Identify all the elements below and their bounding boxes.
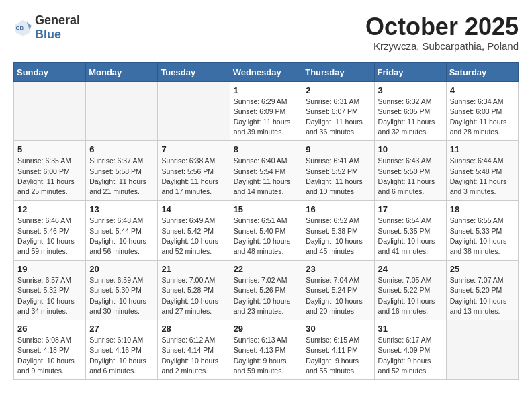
day-info: Sunrise: 6:48 AM Sunset: 5:44 PM Dayligh… [89, 216, 154, 257]
calendar-cell: 22Sunrise: 7:02 AM Sunset: 5:26 PM Dayli… [230, 261, 302, 320]
day-info: Sunrise: 6:59 AM Sunset: 5:30 PM Dayligh… [89, 275, 154, 316]
calendar-cell: 20Sunrise: 6:59 AM Sunset: 5:30 PM Dayli… [86, 261, 158, 320]
calendar-cell: 28Sunrise: 6:12 AM Sunset: 4:14 PM Dayli… [158, 320, 230, 380]
day-number: 22 [234, 264, 299, 274]
calendar-cell: 25Sunrise: 7:07 AM Sunset: 5:20 PM Dayli… [446, 261, 518, 320]
calendar-cell: 12Sunrise: 6:46 AM Sunset: 5:46 PM Dayli… [14, 201, 86, 261]
calendar-week-row: 1Sunrise: 6:29 AM Sunset: 6:09 PM Daylig… [14, 81, 519, 141]
calendar-cell: 15Sunrise: 6:51 AM Sunset: 5:40 PM Dayli… [230, 201, 302, 261]
day-info: Sunrise: 6:12 AM Sunset: 4:14 PM Dayligh… [161, 335, 226, 376]
day-info: Sunrise: 7:02 AM Sunset: 5:26 PM Dayligh… [234, 275, 299, 316]
day-info: Sunrise: 6:13 AM Sunset: 4:13 PM Dayligh… [234, 335, 299, 376]
day-info: Sunrise: 6:34 AM Sunset: 6:03 PM Dayligh… [450, 97, 515, 138]
day-info: Sunrise: 6:55 AM Sunset: 5:33 PM Dayligh… [450, 216, 515, 257]
day-info: Sunrise: 6:31 AM Sunset: 6:07 PM Dayligh… [306, 97, 370, 138]
day-info: Sunrise: 6:49 AM Sunset: 5:42 PM Dayligh… [161, 216, 226, 257]
day-number: 14 [161, 204, 226, 214]
logo: GB General Blue [13, 13, 80, 42]
calendar-cell: 30Sunrise: 6:15 AM Sunset: 4:11 PM Dayli… [302, 320, 374, 380]
day-number: 28 [161, 324, 226, 334]
day-number: 24 [378, 264, 443, 274]
day-number: 11 [450, 144, 515, 154]
calendar-cell: 24Sunrise: 7:05 AM Sunset: 5:22 PM Dayli… [374, 261, 446, 320]
day-info: Sunrise: 6:17 AM Sunset: 4:09 PM Dayligh… [378, 335, 443, 376]
day-number: 10 [378, 144, 443, 154]
day-number: 15 [234, 204, 299, 214]
day-number: 23 [306, 264, 370, 274]
calendar-cell: 4Sunrise: 6:34 AM Sunset: 6:03 PM Daylig… [446, 81, 518, 141]
calendar-cell [14, 81, 86, 141]
calendar-cell: 7Sunrise: 6:38 AM Sunset: 5:56 PM Daylig… [158, 141, 230, 201]
day-number: 27 [89, 324, 154, 334]
day-number: 19 [17, 264, 82, 274]
day-info: Sunrise: 7:07 AM Sunset: 5:20 PM Dayligh… [450, 275, 515, 316]
calendar-cell: 3Sunrise: 6:32 AM Sunset: 6:05 PM Daylig… [374, 81, 446, 141]
day-info: Sunrise: 6:57 AM Sunset: 5:32 PM Dayligh… [17, 275, 82, 316]
day-info: Sunrise: 6:54 AM Sunset: 5:35 PM Dayligh… [378, 216, 443, 257]
logo-icon: GB [13, 18, 32, 37]
calendar-cell: 13Sunrise: 6:48 AM Sunset: 5:44 PM Dayli… [86, 201, 158, 261]
calendar-cell: 17Sunrise: 6:54 AM Sunset: 5:35 PM Dayli… [374, 201, 446, 261]
day-number: 3 [378, 85, 443, 95]
calendar-cell: 31Sunrise: 6:17 AM Sunset: 4:09 PM Dayli… [374, 320, 446, 380]
calendar-cell [158, 81, 230, 141]
calendar-cell: 26Sunrise: 6:08 AM Sunset: 4:18 PM Dayli… [14, 320, 86, 380]
day-info: Sunrise: 6:52 AM Sunset: 5:38 PM Dayligh… [306, 216, 370, 257]
day-info: Sunrise: 6:51 AM Sunset: 5:40 PM Dayligh… [234, 216, 299, 257]
page-header: GB General Blue October 2025 Krzywcza, S… [13, 13, 519, 52]
day-number: 7 [161, 144, 226, 154]
calendar-cell: 21Sunrise: 7:00 AM Sunset: 5:28 PM Dayli… [158, 261, 230, 320]
day-info: Sunrise: 6:10 AM Sunset: 4:16 PM Dayligh… [89, 335, 154, 376]
day-number: 31 [378, 324, 443, 334]
logo-general-text: General [35, 13, 80, 27]
day-info: Sunrise: 6:43 AM Sunset: 5:50 PM Dayligh… [378, 156, 443, 197]
day-info: Sunrise: 6:37 AM Sunset: 5:58 PM Dayligh… [89, 156, 154, 197]
title-block: October 2025 Krzywcza, Subcarpathia, Pol… [365, 13, 519, 52]
day-info: Sunrise: 6:29 AM Sunset: 6:09 PM Dayligh… [234, 97, 299, 138]
calendar-cell: 23Sunrise: 7:04 AM Sunset: 5:24 PM Dayli… [302, 261, 374, 320]
calendar-cell: 18Sunrise: 6:55 AM Sunset: 5:33 PM Dayli… [446, 201, 518, 261]
weekday-header-saturday: Saturday [446, 62, 518, 81]
calendar-cell: 16Sunrise: 6:52 AM Sunset: 5:38 PM Dayli… [302, 201, 374, 261]
calendar-week-row: 12Sunrise: 6:46 AM Sunset: 5:46 PM Dayli… [14, 201, 519, 261]
calendar-cell: 11Sunrise: 6:44 AM Sunset: 5:48 PM Dayli… [446, 141, 518, 201]
day-info: Sunrise: 6:35 AM Sunset: 6:00 PM Dayligh… [17, 156, 82, 197]
weekday-header-row: SundayMondayTuesdayWednesdayThursdayFrid… [14, 62, 519, 81]
weekday-header-sunday: Sunday [14, 62, 86, 81]
day-info: Sunrise: 6:41 AM Sunset: 5:52 PM Dayligh… [306, 156, 370, 197]
calendar-cell: 10Sunrise: 6:43 AM Sunset: 5:50 PM Dayli… [374, 141, 446, 201]
day-info: Sunrise: 7:05 AM Sunset: 5:22 PM Dayligh… [378, 275, 443, 316]
calendar-cell [446, 320, 518, 380]
location-subtitle: Krzywcza, Subcarpathia, Poland [365, 40, 519, 52]
day-info: Sunrise: 7:00 AM Sunset: 5:28 PM Dayligh… [161, 275, 226, 316]
day-number: 13 [89, 204, 154, 214]
calendar-cell: 8Sunrise: 6:40 AM Sunset: 5:54 PM Daylig… [230, 141, 302, 201]
weekday-header-wednesday: Wednesday [230, 62, 302, 81]
logo-blue-text: Blue [35, 28, 61, 41]
calendar-week-row: 5Sunrise: 6:35 AM Sunset: 6:00 PM Daylig… [14, 141, 519, 201]
weekday-header-friday: Friday [374, 62, 446, 81]
calendar-cell [86, 81, 158, 141]
day-info: Sunrise: 6:46 AM Sunset: 5:46 PM Dayligh… [17, 216, 82, 257]
day-number: 2 [306, 85, 370, 95]
day-number: 21 [161, 264, 226, 274]
day-info: Sunrise: 6:38 AM Sunset: 5:56 PM Dayligh… [161, 156, 226, 197]
day-info: Sunrise: 6:08 AM Sunset: 4:18 PM Dayligh… [17, 335, 82, 376]
day-number: 17 [378, 204, 443, 214]
calendar-cell: 29Sunrise: 6:13 AM Sunset: 4:13 PM Dayli… [230, 320, 302, 380]
calendar-cell: 19Sunrise: 6:57 AM Sunset: 5:32 PM Dayli… [14, 261, 86, 320]
day-info: Sunrise: 6:44 AM Sunset: 5:48 PM Dayligh… [450, 156, 515, 197]
svg-text:GB: GB [16, 25, 24, 31]
day-number: 30 [306, 324, 370, 334]
day-number: 6 [89, 144, 154, 154]
day-info: Sunrise: 7:04 AM Sunset: 5:24 PM Dayligh… [306, 275, 370, 316]
calendar-cell: 14Sunrise: 6:49 AM Sunset: 5:42 PM Dayli… [158, 201, 230, 261]
day-number: 1 [234, 85, 299, 95]
day-number: 20 [89, 264, 154, 274]
day-number: 26 [17, 324, 82, 334]
calendar-cell: 5Sunrise: 6:35 AM Sunset: 6:00 PM Daylig… [14, 141, 86, 201]
weekday-header-thursday: Thursday [302, 62, 374, 81]
calendar-week-row: 19Sunrise: 6:57 AM Sunset: 5:32 PM Dayli… [14, 261, 519, 320]
day-number: 29 [234, 324, 299, 334]
calendar-week-row: 26Sunrise: 6:08 AM Sunset: 4:18 PM Dayli… [14, 320, 519, 380]
